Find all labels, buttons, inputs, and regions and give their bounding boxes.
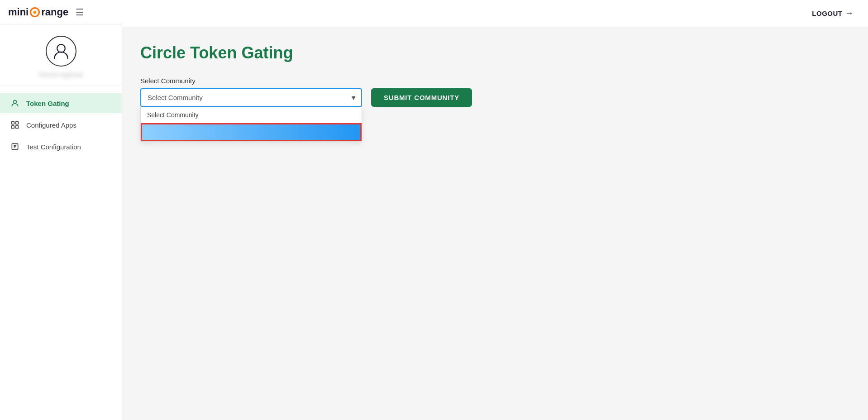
user-icon bbox=[51, 41, 71, 61]
svg-point-1 bbox=[14, 100, 17, 103]
dropdown-item-highlighted[interactable] bbox=[141, 123, 362, 141]
sidebar: mini range ☰ Dinesh Agarwal Token Gating bbox=[0, 0, 122, 420]
logout-button[interactable]: LOGOUT → bbox=[812, 9, 854, 18]
top-bar: LOGOUT → bbox=[122, 0, 868, 27]
logo-mini-text: mini bbox=[8, 6, 29, 18]
dropdown-item-label: Select Community bbox=[147, 111, 199, 119]
hamburger-menu-icon[interactable]: ☰ bbox=[76, 7, 84, 18]
svg-rect-5 bbox=[16, 126, 19, 129]
page-body: Circle Token Gating Select Community Sel… bbox=[122, 27, 868, 420]
sidebar-item-configured-apps[interactable]: Configured Apps bbox=[0, 115, 122, 135]
sidebar-item-test-configuration[interactable]: Test Configuration bbox=[0, 137, 122, 157]
select-row: Select Community ▼ Select Community SUBM… bbox=[140, 88, 850, 107]
community-select[interactable]: Select Community bbox=[140, 88, 362, 107]
submit-community-label: SUBMIT COMMUNITY bbox=[384, 94, 459, 101]
plugin-icon bbox=[10, 142, 20, 151]
page-title: Circle Token Gating bbox=[140, 43, 850, 62]
form-section: Select Community Select Community ▼ Sele… bbox=[140, 77, 850, 107]
svg-rect-3 bbox=[16, 122, 19, 124]
logout-label: LOGOUT bbox=[812, 10, 842, 17]
logout-arrow-icon: → bbox=[845, 9, 854, 18]
logo-o-icon bbox=[30, 7, 40, 17]
sidebar-nav: Token Gating Configured Apps Test Co bbox=[0, 86, 122, 164]
user-name: Dinesh Agarwal bbox=[39, 71, 83, 78]
sidebar-item-label-test-configuration: Test Configuration bbox=[26, 143, 81, 151]
logo-range-text: range bbox=[41, 6, 68, 18]
svg-rect-2 bbox=[12, 122, 14, 124]
logo: mini range bbox=[8, 6, 68, 18]
sidebar-header: mini range ☰ bbox=[0, 0, 122, 25]
svg-rect-4 bbox=[12, 126, 14, 129]
community-dropdown[interactable]: Select Community bbox=[140, 107, 362, 142]
person-icon bbox=[10, 99, 20, 108]
dropdown-item-default[interactable]: Select Community bbox=[141, 107, 362, 123]
submit-community-button[interactable]: SUBMIT COMMUNITY bbox=[371, 88, 472, 107]
user-avatar-section: Dinesh Agarwal bbox=[0, 25, 122, 86]
apps-icon bbox=[10, 120, 20, 129]
sidebar-item-token-gating[interactable]: Token Gating bbox=[0, 93, 122, 113]
select-community-label: Select Community bbox=[140, 77, 850, 85]
svg-point-0 bbox=[57, 44, 65, 52]
sidebar-item-label-token-gating: Token Gating bbox=[26, 100, 69, 107]
avatar bbox=[46, 36, 76, 67]
main-content: LOGOUT → Circle Token Gating Select Comm… bbox=[122, 0, 868, 420]
select-wrapper: Select Community ▼ Select Community bbox=[140, 88, 362, 107]
sidebar-item-label-configured-apps: Configured Apps bbox=[26, 121, 76, 129]
